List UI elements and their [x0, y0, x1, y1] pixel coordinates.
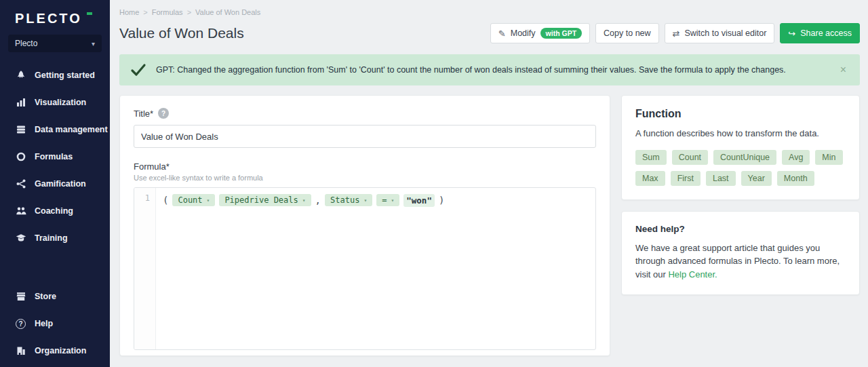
sidebar-item-label: Gamification	[35, 179, 86, 189]
data-source-token-label: Pipedrive Deals	[224, 195, 298, 205]
function-pill-min[interactable]: Min	[815, 150, 842, 165]
caret-down-icon: ▾	[363, 197, 367, 204]
breadcrumb-formulas[interactable]: Formulas	[152, 8, 183, 16]
switch-button-label: Switch to visual editor	[684, 28, 766, 38]
field-token[interactable]: Status ▾	[325, 194, 372, 206]
plecto-logo[interactable]: PLECTO	[0, 0, 110, 26]
need-help-text: We have a great support article that gui…	[635, 242, 846, 282]
store-icon	[15, 291, 26, 303]
plecto-logo-accent	[87, 12, 92, 15]
caret-down-icon: ▾	[391, 197, 394, 204]
sidebar-item-data-management[interactable]: Data management	[0, 116, 110, 143]
sidebar-item-store[interactable]: Store	[0, 283, 110, 310]
copy-button-label: Copy to new	[604, 28, 650, 38]
function-panel-title: Function	[635, 108, 846, 120]
chevron-down-icon: ▾	[92, 40, 95, 47]
building-icon	[15, 345, 26, 357]
data-source-token[interactable]: Pipedrive Deals ▾	[219, 194, 311, 206]
gpt-success-banner: GPT: Changed the aggregation function fr…	[119, 54, 860, 85]
breadcrumb-current: Value of Won Deals	[195, 8, 260, 16]
graduation-cap-icon	[15, 233, 26, 244]
with-gpt-badge: with GPT	[540, 28, 583, 39]
function-token-label: Count	[178, 195, 202, 205]
page-title: Value of Won Deals	[119, 25, 244, 41]
gamification-icon	[15, 178, 26, 190]
plecto-logo-text: PLECTO	[15, 11, 82, 26]
formula-field-label: Formula*	[134, 161, 596, 172]
sidebar-item-gamification[interactable]: Gamification	[0, 170, 110, 197]
field-token-label: Status	[330, 195, 359, 205]
function-pill-sum[interactable]: Sum	[635, 150, 667, 165]
function-pill-month[interactable]: Month	[777, 171, 814, 186]
main-area: Home > Formulas > Value of Won Deals Val…	[110, 0, 868, 356]
operator-token-label: =	[382, 195, 387, 205]
sidebar-item-getting-started[interactable]: Getting started	[0, 62, 110, 89]
comma: ,	[315, 195, 321, 206]
content-row: Title* ? Formula* Use excel-like syntax …	[119, 95, 860, 356]
sidebar-item-visualization[interactable]: Visualization	[0, 89, 110, 116]
need-help-panel: Need help? We have a great support artic…	[621, 211, 860, 296]
title-label-row: Title* ?	[134, 108, 596, 119]
need-help-title: Need help?	[635, 224, 846, 234]
string-value-token[interactable]: "won"	[403, 194, 435, 207]
function-pill-first[interactable]: First	[671, 171, 701, 186]
sidebar-nav-bottom: Store ? Help Organization	[0, 283, 110, 364]
code-area[interactable]: ( Count ▾ Pipedrive Deals ▾ , Status ▾	[156, 188, 595, 349]
copy-to-new-button[interactable]: Copy to new	[595, 23, 658, 43]
sidebar-nav: Getting started Visualization Data manag…	[0, 62, 110, 252]
formula-line: ( Count ▾ Pipedrive Deals ▾ , Status ▾	[163, 192, 589, 208]
function-pill-count[interactable]: Count	[672, 150, 708, 165]
line-number: 1	[145, 193, 150, 203]
pencil-icon: ✎	[498, 28, 506, 39]
close-icon[interactable]: ×	[837, 64, 849, 76]
people-icon	[15, 206, 26, 217]
operator-token[interactable]: = ▾	[376, 194, 399, 206]
function-pill-countunique[interactable]: CountUnique	[713, 150, 776, 165]
sidebar-item-label: Store	[35, 292, 56, 301]
breadcrumb: Home > Formulas > Value of Won Deals	[119, 0, 860, 16]
function-pills: Sum Count CountUnique Avg Min Max First …	[635, 150, 846, 186]
function-panel: Function A function describes how to tra…	[621, 95, 860, 200]
help-circle-icon: ?	[15, 318, 26, 330]
need-help-body: We have a great support article that gui…	[635, 243, 840, 279]
database-icon	[15, 124, 26, 136]
function-pill-max[interactable]: Max	[635, 171, 665, 186]
function-pill-last[interactable]: Last	[706, 171, 736, 186]
help-center-link[interactable]: Help Center.	[668, 269, 717, 279]
formulas-circle-icon	[15, 151, 26, 163]
switch-to-visual-editor-button[interactable]: ⇄ Switch to visual editor	[665, 23, 775, 43]
sidebar: PLECTO Plecto ▾ Getting started Visualiz…	[0, 0, 110, 367]
modify-with-gpt-button[interactable]: ✎ Modify with GPT	[490, 23, 590, 43]
function-pill-avg[interactable]: Avg	[782, 150, 810, 165]
function-pill-year[interactable]: Year	[741, 171, 772, 186]
organization-selector[interactable]: Plecto ▾	[8, 35, 102, 52]
sidebar-item-organization[interactable]: Organization	[0, 337, 110, 364]
formula-editor[interactable]: 1 ( Count ▾ Pipedrive Deals ▾ ,	[134, 187, 596, 350]
title-help-icon[interactable]: ?	[158, 108, 169, 119]
sidebar-item-label: Training	[35, 233, 68, 243]
sidebar-item-label: Visualization	[35, 98, 86, 107]
organization-name: Plecto	[15, 39, 92, 48]
share-access-button[interactable]: ↪ Share access	[780, 23, 860, 43]
share-arrow-icon: ↪	[788, 28, 795, 39]
breadcrumb-home[interactable]: Home	[119, 8, 139, 16]
title-input[interactable]	[134, 125, 596, 148]
sidebar-item-coaching[interactable]: Coaching	[0, 197, 110, 225]
sidebar-item-help[interactable]: ? Help	[0, 310, 110, 337]
function-token[interactable]: Count ▾	[172, 194, 215, 206]
sidebar-item-label: Getting started	[35, 71, 95, 80]
sidebar-item-label: Coaching	[35, 206, 73, 216]
modify-button-label: Modify	[511, 28, 536, 38]
header-actions: ✎ Modify with GPT Copy to new ⇄ Switch t…	[490, 23, 860, 43]
line-number-gutter: 1	[134, 188, 156, 349]
title-field-label: Title*	[134, 109, 153, 119]
sidebar-item-label: Organization	[35, 346, 86, 355]
checkmark-icon	[130, 62, 146, 78]
page-header: Value of Won Deals ✎ Modify with GPT Cop…	[119, 23, 860, 43]
sidebar-item-formulas[interactable]: Formulas	[0, 143, 110, 170]
rocket-icon	[15, 70, 26, 81]
close-paren: )	[439, 195, 444, 206]
sidebar-item-training[interactable]: Training	[0, 225, 110, 252]
function-panel-description: A function describes how to transform th…	[635, 128, 846, 140]
open-paren: (	[163, 195, 168, 206]
